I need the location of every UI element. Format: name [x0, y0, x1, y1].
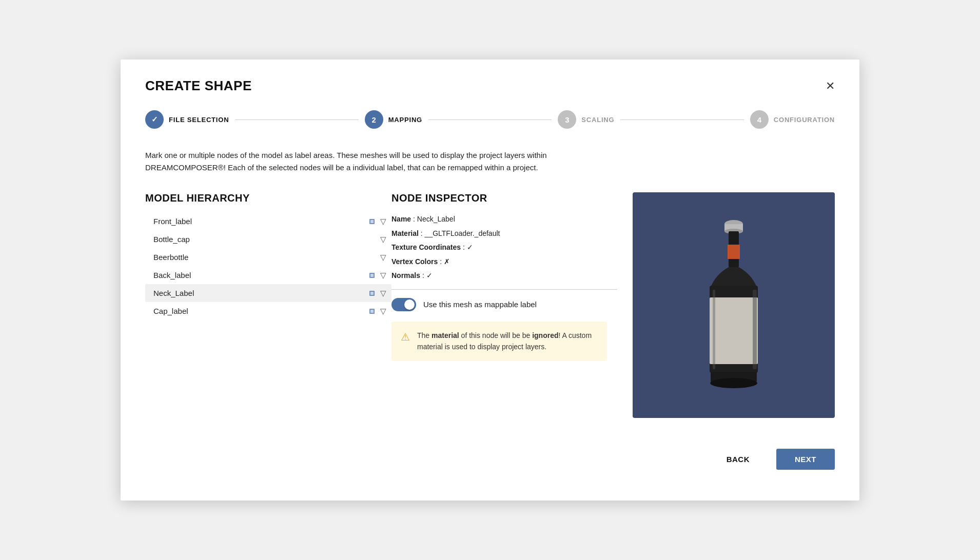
- hierarchy-item-cap-label[interactable]: Cap_label ▽: [145, 302, 391, 320]
- inspector-texture-colon: :: [463, 243, 467, 251]
- inspector-material-value: __GLTFLoader._default: [425, 229, 500, 237]
- next-button[interactable]: NEXT: [776, 449, 835, 470]
- inspector-texture-row: Texture Coordinates : ✓: [391, 243, 617, 253]
- step-circle-3: 3: [558, 110, 576, 129]
- warning-bold-material: material: [432, 331, 459, 339]
- warning-icon: ⚠: [401, 331, 410, 343]
- toggle-row: Use this mesh as mappable label: [391, 298, 617, 311]
- step-label-configuration: CONFIGURATION: [774, 116, 835, 124]
- close-button[interactable]: ✕: [826, 81, 835, 92]
- arrow-icon-beerbottle: ▽: [379, 253, 387, 262]
- arrow-icon-front: ▽: [379, 217, 387, 226]
- step-label-file-selection: FILE SELECTION: [169, 116, 229, 124]
- front-label-name: Front_label: [153, 217, 368, 226]
- arrow-icon-neck: ▽: [379, 289, 387, 297]
- neck-label-highlight: [728, 245, 740, 259]
- toggle-knob: [404, 299, 415, 310]
- step-configuration: 4 CONFIGURATION: [750, 110, 835, 129]
- step-mapping: 2 MAPPING: [365, 110, 422, 129]
- step-scaling: 3 SCALING: [558, 110, 614, 129]
- toggle-label-text: Use this mesh as mappable label: [423, 300, 537, 309]
- label-icon-neck: [368, 289, 376, 297]
- front-label-icons: ▽: [368, 217, 387, 226]
- step-circle-1: ✓: [145, 110, 164, 129]
- arrow-icon-cap: ▽: [379, 307, 387, 315]
- label-icon-front: [368, 217, 376, 226]
- hierarchy-item-beerbottle[interactable]: Beerbottle ▽: [145, 248, 391, 266]
- inspector-vertex-row: Vertex Colors : ✗: [391, 257, 617, 267]
- step-2-number: 2: [372, 115, 376, 124]
- step-4-number: 4: [757, 115, 761, 124]
- modal-header: CREATE SHAPE ✕: [145, 78, 835, 94]
- warning-bold-ignored: ignored: [532, 331, 558, 339]
- model-hierarchy-title: MODEL HIERARCHY: [145, 192, 391, 204]
- step-1-check: ✓: [151, 115, 158, 124]
- inspector-normals-row: Normals : ✓: [391, 271, 617, 281]
- inspector-name-row: Name : Neck_Label: [391, 214, 617, 225]
- 3d-preview: [633, 192, 835, 418]
- arrow-icon-back: ▽: [379, 271, 387, 279]
- step-line-2: [428, 119, 552, 120]
- warning-box: ⚠ The material of this node will be be i…: [391, 322, 607, 361]
- inspector-vertex-colon: :: [440, 257, 444, 266]
- back-button[interactable]: BACK: [708, 449, 768, 470]
- warning-text: The material of this node will be be ign…: [417, 330, 598, 353]
- node-inspector-panel: NODE INSPECTOR Name : Neck_Label Materia…: [391, 192, 617, 418]
- inspector-normals-label: Normals: [391, 271, 420, 279]
- back-label-icons: ▽: [368, 271, 387, 279]
- neck-label-name: Neck_Label: [153, 289, 368, 297]
- svg-rect-1: [370, 220, 374, 223]
- bottle-highlight-right: [753, 290, 757, 369]
- arrow-icon-bottle-cap: ▽: [379, 235, 387, 244]
- svg-rect-7: [370, 310, 374, 313]
- step-line-1: [235, 119, 358, 120]
- bottle-cap-name: Bottle_cap: [153, 235, 379, 244]
- inspector-material-row: Material : __GLTFLoader._default: [391, 229, 617, 239]
- inspector-vertex-value: ✗: [444, 257, 450, 266]
- model-hierarchy-panel: MODEL HIERARCHY Front_label ▽: [145, 192, 391, 418]
- neck-label-icons: ▽: [368, 289, 387, 297]
- inspector-texture-label: Texture Coordinates: [391, 243, 461, 251]
- step-circle-2: 2: [365, 110, 383, 129]
- beerbottle-icons: ▽: [379, 253, 387, 262]
- svg-rect-3: [370, 274, 374, 277]
- svg-rect-5: [370, 292, 374, 295]
- stepper: ✓ FILE SELECTION 2 MAPPING 3 SCALING 4 C…: [145, 110, 835, 129]
- inspector-divider: [391, 289, 617, 290]
- hierarchy-list: Front_label ▽ Bottle_cap: [145, 212, 391, 320]
- hierarchy-item-neck-label[interactable]: Neck_Label ▽: [145, 284, 391, 302]
- cap-label-icons: ▽: [368, 307, 387, 315]
- bottle-shoulder: [711, 267, 757, 287]
- bottle-cap-icons: ▽: [379, 235, 387, 244]
- bottle-base-bottom: [710, 378, 757, 388]
- step-circle-4: 4: [750, 110, 769, 129]
- close-icon: ✕: [826, 79, 835, 92]
- create-shape-modal: CREATE SHAPE ✕ ✓ FILE SELECTION 2 MAPPIN…: [121, 59, 859, 501]
- description-text: Mark one or multiple nodes of the model …: [145, 149, 597, 174]
- cap-label-name: Cap_label: [153, 307, 368, 315]
- mappable-label-toggle[interactable]: [391, 298, 416, 311]
- inspector-material-colon: :: [421, 229, 425, 237]
- hierarchy-item-bottle-cap[interactable]: Bottle_cap ▽: [145, 230, 391, 248]
- inspector-texture-value: ✓: [467, 243, 473, 251]
- inspector-name-value: Neck_Label: [417, 215, 455, 223]
- preview-panel: [617, 192, 835, 418]
- beerbottle-name: Beerbottle: [153, 253, 379, 262]
- inspector-material-label: Material: [391, 229, 419, 237]
- back-label-name: Back_label: [153, 271, 368, 279]
- inspector-normals-value: ✓: [426, 271, 433, 279]
- step-label-mapping: MAPPING: [388, 116, 422, 124]
- inspector-name-colon: :: [413, 215, 417, 223]
- label-icon-back: [368, 271, 376, 279]
- inspector-name-label: Name: [391, 215, 411, 223]
- step-line-3: [620, 119, 743, 120]
- hierarchy-item-back-label[interactable]: Back_label ▽: [145, 266, 391, 284]
- main-content: MODEL HIERARCHY Front_label ▽: [145, 192, 835, 418]
- modal-title: CREATE SHAPE: [145, 78, 252, 94]
- inspector-normals-colon: :: [422, 271, 426, 279]
- step-3-number: 3: [565, 115, 569, 124]
- inspector-title: NODE INSPECTOR: [391, 192, 617, 204]
- bottle-highlight-left: [713, 290, 715, 369]
- inspector-vertex-label: Vertex Colors: [391, 257, 438, 266]
- hierarchy-item-front-label[interactable]: Front_label ▽: [145, 212, 391, 230]
